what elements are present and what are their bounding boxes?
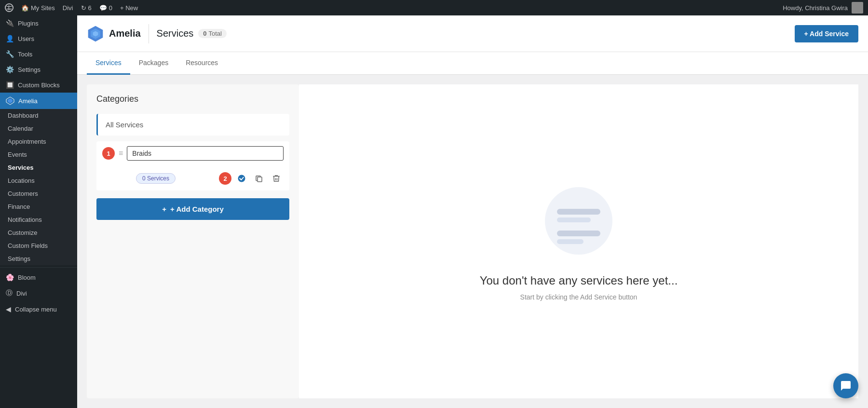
sidebar-item-amelia-settings[interactable]: Settings [0, 252, 77, 265]
add-category-label: + Add Category [170, 205, 224, 213]
add-service-label: + Add Service [804, 30, 849, 38]
category-name-input[interactable] [127, 146, 284, 161]
copy-icon [255, 174, 263, 183]
amelia-logo: Amelia [87, 25, 141, 42]
sidebar-item-settings[interactable]: ⚙️ Settings [0, 62, 77, 77]
empty-state-illustration [530, 182, 627, 259]
categories-panel: Categories All Services 1 ≡ 0 Services [87, 84, 299, 398]
empty-state-panel: You don't have any services here yet... … [299, 84, 858, 398]
svg-rect-11 [557, 231, 600, 236]
empty-state-title: You don't have any services here yet... [480, 274, 678, 287]
main-content: Categories All Services 1 ≡ 0 Services [77, 75, 868, 408]
sidebar-item-events[interactable]: Events [0, 148, 77, 161]
copy-button[interactable] [252, 171, 266, 186]
categories-title: Categories [96, 94, 289, 104]
amelia-section: Amelia Dashboard Calendar Appointments E… [0, 93, 77, 265]
svg-rect-7 [258, 177, 262, 182]
svg-point-6 [238, 175, 245, 182]
sidebar-item-divi-bottom[interactable]: Ⓓ Divi [0, 285, 77, 301]
comments-item[interactable]: 💬 0 [99, 4, 112, 12]
sidebar-item-tools[interactable]: 🔧 Tools [0, 46, 77, 62]
sidebar-item-customize[interactable]: Customize [0, 226, 77, 239]
empty-state-subtitle: Start by clicking the Add Service button [520, 293, 637, 301]
sidebar-item-customers[interactable]: Customers [0, 187, 77, 200]
divi-item[interactable]: Divi [63, 4, 73, 12]
amelia-sidebar-icon [6, 96, 14, 105]
avatar [852, 2, 863, 14]
trash-icon [272, 174, 281, 183]
header-title-area: Services 0 Total [157, 28, 227, 39]
tab-services[interactable]: Services [87, 52, 130, 75]
wp-logo-item[interactable] [5, 3, 14, 12]
page-header: Amelia Services 0 Total + Add Service [77, 15, 868, 52]
plugins-icon: 🔌 [6, 19, 14, 27]
total-label: Total [209, 30, 222, 37]
tools-icon: 🔧 [6, 50, 14, 58]
chat-icon [840, 380, 852, 392]
sidebar-item-dashboard[interactable]: Dashboard [0, 109, 77, 122]
sidebar-item-notifications[interactable]: Notifications [0, 213, 77, 226]
empty-state-svg [530, 182, 627, 259]
sidebar: 🔌 Plugins 👤 Users 🔧 Tools ⚙️ Settings 🔲 … [0, 15, 77, 408]
sidebar-item-collapse[interactable]: ◀ Collapse menu [0, 301, 77, 317]
svg-marker-2 [8, 98, 13, 103]
tab-resources[interactable]: Resources [177, 52, 227, 75]
action-number: 2 [219, 172, 231, 185]
all-services-label: All Services [106, 121, 143, 129]
users-icon: 👤 [6, 35, 14, 42]
header-left: Amelia Services 0 Total [87, 24, 227, 43]
bloom-icon: 🌸 [6, 273, 14, 281]
updates-icon: ↻ [81, 4, 86, 12]
sidebar-item-custom-blocks[interactable]: 🔲 Custom Blocks [0, 77, 77, 93]
svg-rect-10 [557, 218, 591, 222]
add-service-button[interactable]: + Add Service [795, 25, 858, 42]
collapse-icon: ◀ [6, 305, 11, 313]
my-sites-icon: 🏠 [21, 4, 29, 12]
amelia-header-item[interactable]: Amelia [0, 93, 77, 109]
updates-item[interactable]: ↻ 6 [81, 4, 92, 12]
tab-packages[interactable]: Packages [130, 52, 177, 75]
logo-text: Amelia [109, 28, 141, 39]
settings-icon: ⚙️ [6, 66, 14, 73]
comments-icon: 💬 [99, 4, 107, 12]
all-services-item[interactable]: All Services [96, 114, 289, 136]
sidebar-item-appointments[interactable]: Appointments [0, 135, 77, 148]
greeting-text: Howdy, Christina Gwira [783, 4, 848, 12]
header-divider [149, 24, 149, 43]
total-badge: 0 Total [198, 29, 227, 38]
sidebar-item-services[interactable]: Services [0, 161, 77, 174]
svg-rect-9 [557, 209, 600, 215]
sidebar-item-users[interactable]: 👤 Users [0, 31, 77, 46]
sidebar-item-plugins[interactable]: 🔌 Plugins [0, 15, 77, 31]
sidebar-item-bloom[interactable]: 🌸 Bloom [0, 270, 77, 285]
chat-button[interactable] [833, 373, 858, 398]
add-category-button[interactable]: + + Add Category [96, 198, 289, 220]
my-sites-item[interactable]: 🏠 My Sites [21, 4, 55, 12]
sidebar-item-finance[interactable]: Finance [0, 200, 77, 213]
sidebar-item-custom-fields[interactable]: Custom Fields [0, 239, 77, 252]
divi-icon: Ⓓ [6, 289, 13, 298]
sidebar-extra-section: 🌸 Bloom Ⓓ Divi ◀ Collapse menu [0, 267, 77, 317]
category-item: 1 ≡ 0 Services 2 [96, 141, 289, 190]
confirm-button[interactable] [234, 171, 249, 186]
custom-blocks-icon: 🔲 [6, 81, 14, 89]
content-area: Amelia Services 0 Total + Add Service Se… [77, 15, 868, 408]
sidebar-item-calendar[interactable]: Calendar [0, 122, 77, 135]
logo-icon [87, 25, 104, 42]
chevron-icon [73, 97, 77, 105]
drag-handle-icon[interactable]: ≡ [119, 149, 123, 158]
new-item[interactable]: + New [120, 4, 138, 12]
sidebar-item-locations[interactable]: Locations [0, 174, 77, 187]
admin-bar: 🏠 My Sites Divi ↻ 6 💬 0 + New Howdy, Chr… [0, 0, 868, 15]
category-number: 1 [102, 147, 115, 160]
category-actions: 2 [219, 171, 284, 186]
confirm-icon [237, 174, 246, 183]
amelia-submenu: Dashboard Calendar Appointments Events S… [0, 109, 77, 265]
delete-button[interactable] [269, 171, 284, 186]
svg-rect-12 [557, 239, 583, 244]
admin-bar-right: Howdy, Christina Gwira [783, 2, 863, 14]
page-title: Services [157, 28, 194, 39]
tabs-bar: Services Packages Resources [77, 52, 868, 75]
services-badge: 0 Services [136, 173, 176, 184]
total-count: 0 [203, 30, 206, 37]
